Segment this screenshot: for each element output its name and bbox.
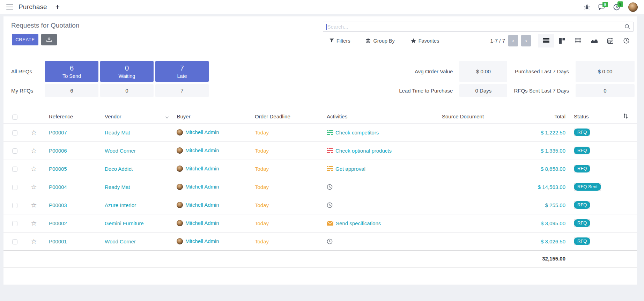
pivot-view-button[interactable] <box>570 34 586 47</box>
favorite-star-icon[interactable] <box>31 183 37 191</box>
app-title[interactable]: Purchase <box>18 3 47 11</box>
column-header-total[interactable]: Total <box>513 110 569 123</box>
star-icon <box>411 38 416 43</box>
column-header-source[interactable]: Source Document <box>437 110 513 123</box>
top-navbar: Purchase + 5 9 <box>0 0 644 14</box>
table-row[interactable]: P00005 Deco Addict Mitchell Admin Today … <box>3 160 637 178</box>
column-header-vendor[interactable]: Vendor <box>100 110 172 123</box>
list-view-button[interactable] <box>538 34 554 47</box>
favorite-star-icon[interactable] <box>31 165 37 172</box>
filter-bar: Filters Group By Favorites 1-7 / 7 ‹ › <box>325 35 634 46</box>
clock-icon <box>623 38 629 44</box>
filters-button[interactable]: Filters <box>330 38 350 44</box>
row-checkbox[interactable] <box>12 130 17 135</box>
my-rfq-count[interactable]: 7 <box>155 84 209 97</box>
buyer-link[interactable]: Mitchell Admin <box>185 220 219 226</box>
table-row[interactable]: P00007 Ready Mat Mitchell Admin Today Ch… <box>3 123 637 141</box>
table-row[interactable]: P00003 Azure Interior Mitchell Admin Tod… <box>3 196 637 214</box>
search-input[interactable] <box>327 24 625 30</box>
column-header-buyer[interactable]: Buyer <box>172 110 250 123</box>
kpi-button[interactable]: 7 Late <box>155 61 209 82</box>
activity-icon[interactable] <box>327 238 333 244</box>
buyer-link[interactable]: Mitchell Admin <box>185 202 219 208</box>
activity-icon[interactable] <box>327 166 333 171</box>
pager-next-button[interactable]: › <box>521 35 531 46</box>
stat-label: Avg Order Value <box>415 68 453 74</box>
activity-icon[interactable] <box>327 130 333 135</box>
messages-icon[interactable]: 5 <box>598 4 605 10</box>
reference-link[interactable]: P00004 <box>49 184 67 190</box>
debug-bug-icon[interactable] <box>584 4 590 10</box>
activity-icon[interactable] <box>327 184 333 190</box>
my-rfq-count[interactable]: 0 <box>100 84 154 97</box>
source-document-value <box>437 141 513 160</box>
table-row[interactable]: P00001 Wood Corner Mitchell Admin Today … <box>3 232 637 250</box>
group-by-button[interactable]: Group By <box>365 38 394 44</box>
search-icon[interactable] <box>624 24 630 30</box>
vendor-link[interactable]: Azure Interior <box>105 202 136 208</box>
optional-columns-icon[interactable] <box>623 114 628 120</box>
buyer-link[interactable]: Mitchell Admin <box>185 129 219 135</box>
row-checkbox[interactable] <box>12 148 17 154</box>
kpi-button[interactable]: 6 To Send <box>45 61 98 82</box>
reference-link[interactable]: P00003 <box>49 202 67 208</box>
column-header-activities[interactable]: Activities <box>322 110 437 123</box>
create-button[interactable]: CREATE <box>12 34 38 45</box>
row-checkbox[interactable] <box>12 239 17 244</box>
calendar-view-button[interactable] <box>602 34 618 47</box>
row-checkbox[interactable] <box>12 167 17 172</box>
favorite-star-icon[interactable] <box>31 147 37 154</box>
activity-view-button[interactable] <box>618 34 634 47</box>
favorite-star-icon[interactable] <box>31 220 37 227</box>
buyer-link[interactable]: Mitchell Admin <box>185 238 219 244</box>
kanban-view-button[interactable] <box>554 34 570 47</box>
export-button[interactable] <box>41 34 57 45</box>
all-rfqs-label: All RFQs <box>11 61 32 82</box>
buyer-link[interactable]: Mitchell Admin <box>185 147 219 153</box>
vendor-link[interactable]: Gemini Furniture <box>105 220 144 226</box>
column-header-deadline[interactable]: Order Deadline <box>250 110 322 123</box>
favorite-star-icon[interactable] <box>31 238 37 245</box>
row-checkbox[interactable] <box>12 185 17 190</box>
activity-icon[interactable] <box>327 202 333 208</box>
table-row[interactable]: P00004 Ready Mat Mitchell Admin Today $ … <box>3 178 637 196</box>
favorite-star-icon[interactable] <box>31 201 37 209</box>
reference-link[interactable]: P00001 <box>49 238 67 244</box>
row-checkbox[interactable] <box>12 221 17 226</box>
column-header-status[interactable]: Status <box>569 110 614 123</box>
table-row[interactable]: P00006 Wood Corner Mitchell Admin Today … <box>3 141 637 160</box>
vendor-link[interactable]: Wood Corner <box>105 148 136 154</box>
favorites-button[interactable]: Favorites <box>411 38 439 44</box>
new-tab-icon[interactable]: + <box>55 3 60 11</box>
activities-clock-icon[interactable]: 9 <box>613 4 620 10</box>
pager-previous-button[interactable]: ‹ <box>508 35 518 46</box>
activity-link[interactable]: Check optional products <box>335 148 392 154</box>
vendor-link[interactable]: Deco Addict <box>105 166 133 172</box>
favorite-star-icon[interactable] <box>31 129 37 136</box>
kpi-button[interactable]: 0 Waiting <box>100 61 154 82</box>
reference-link[interactable]: P00005 <box>49 166 67 172</box>
buyer-link[interactable]: Mitchell Admin <box>185 166 219 171</box>
my-rfq-count[interactable]: 6 <box>45 84 98 97</box>
reference-link[interactable]: P00007 <box>49 130 67 135</box>
table-row[interactable]: P00002 Gemini Furniture Mitchell Admin T… <box>3 214 637 232</box>
reference-link[interactable]: P00006 <box>49 148 67 154</box>
activity-link[interactable]: Send specifications <box>336 220 381 226</box>
select-all-checkbox[interactable] <box>12 115 17 120</box>
search-bar[interactable] <box>323 22 634 32</box>
vendor-link[interactable]: Ready Mat <box>105 130 130 135</box>
activity-icon[interactable] <box>327 221 333 226</box>
order-deadline-value: Today <box>255 238 269 244</box>
buyer-link[interactable]: Mitchell Admin <box>185 184 219 190</box>
column-header-reference[interactable]: Reference <box>42 110 100 123</box>
activity-link[interactable]: Get approval <box>335 166 365 172</box>
graph-view-button[interactable] <box>586 34 602 47</box>
apps-menu-icon[interactable] <box>6 5 13 10</box>
vendor-link[interactable]: Ready Mat <box>105 184 130 190</box>
activity-link[interactable]: Check competitors <box>335 130 379 135</box>
activity-icon[interactable] <box>327 148 333 153</box>
vendor-link[interactable]: Wood Corner <box>105 238 136 244</box>
row-checkbox[interactable] <box>12 203 17 208</box>
user-avatar[interactable] <box>628 2 638 12</box>
reference-link[interactable]: P00002 <box>49 220 67 226</box>
